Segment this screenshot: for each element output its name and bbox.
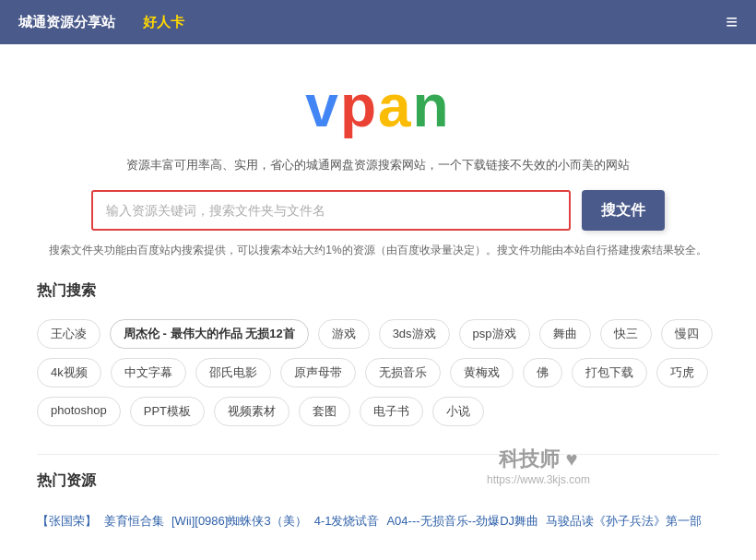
hot-search-tag[interactable]: 原声母带 xyxy=(280,358,356,387)
logo-area: vpan xyxy=(37,72,719,140)
header-left: 城通资源分享站 好人卡 xyxy=(18,14,184,31)
resource-item[interactable]: [Wii][0986]蜘蛛侠3（美） xyxy=(171,514,307,528)
resource-item[interactable]: 马骏品读《孙子兵法》第一部 xyxy=(546,514,702,528)
hot-search-tag[interactable]: 中文字幕 xyxy=(111,358,186,387)
hot-search-title: 热门搜索 xyxy=(37,281,719,304)
logo-v: v xyxy=(305,73,340,139)
nav-item-haoreka[interactable]: 好人卡 xyxy=(143,14,184,31)
site-name: 城通资源分享站 xyxy=(18,14,115,31)
hot-search-tag[interactable]: 游戏 xyxy=(318,319,370,349)
header: 城通资源分享站 好人卡 ≡ xyxy=(0,0,756,44)
hot-search-tag[interactable]: 4k视频 xyxy=(37,358,101,387)
hot-search-tag[interactable]: 小说 xyxy=(432,397,484,426)
menu-icon[interactable]: ≡ xyxy=(726,12,738,32)
logo-n: n xyxy=(413,73,451,139)
search-note: 搜索文件夹功能由百度站内搜索提供，可以搜索本站大约1%的资源（由百度收录量决定）… xyxy=(37,242,719,259)
hot-search-tag[interactable]: 视频素材 xyxy=(214,397,289,426)
resource-item[interactable]: 4-1发烧试音 xyxy=(314,514,380,528)
hot-search-tag[interactable]: 电子书 xyxy=(360,397,423,426)
logo-p: p xyxy=(340,73,378,139)
hot-resources-section: 热门资源 【张国荣】姜育恒合集[Wii][0986]蜘蛛侠3（美）4-1发烧试音… xyxy=(37,454,719,533)
hot-search-tag[interactable]: 王心凌 xyxy=(37,319,100,349)
search-button[interactable]: 搜文件 xyxy=(582,190,665,231)
main-content: vpan 资源丰富可用率高、实用，省心的城通网盘资源搜索网站，一个下载链接不失效… xyxy=(0,44,756,552)
search-area: 搜文件 xyxy=(37,190,719,231)
hot-search-tag[interactable]: photoshop xyxy=(37,397,121,426)
resource-item[interactable]: A04---无损音乐--劲爆DJ舞曲 xyxy=(386,514,538,528)
hot-search-tag[interactable]: 3ds游戏 xyxy=(379,319,450,349)
hot-search-tag[interactable]: 打包下载 xyxy=(572,358,647,387)
resource-item[interactable]: 姜育恒合集 xyxy=(104,514,164,528)
hot-search-tag[interactable]: 黄梅戏 xyxy=(450,358,514,387)
hot-search-tag[interactable]: psp游戏 xyxy=(459,319,530,349)
hot-search-tag[interactable]: 巧虎 xyxy=(656,358,708,387)
hot-search-tag[interactable]: 舞曲 xyxy=(539,319,591,349)
tags-area: 王心凌周杰伦 - 最伟大的作品 无损12首游戏3ds游戏psp游戏舞曲快三慢四4… xyxy=(37,319,719,426)
hot-search-tag[interactable]: PPT模板 xyxy=(130,397,205,426)
hot-search-tag[interactable]: 周杰伦 - 最伟大的作品 无损12首 xyxy=(110,319,309,349)
hot-search-tag[interactable]: 邵氏电影 xyxy=(195,358,271,387)
hot-search-tag[interactable]: 套图 xyxy=(299,397,350,426)
hot-search-section: 热门搜索 王心凌周杰伦 - 最伟大的作品 无损12首游戏3ds游戏psp游戏舞曲… xyxy=(37,281,719,426)
hot-resources-title: 热门资源 xyxy=(37,471,719,494)
tagline: 资源丰富可用率高、实用，省心的城通网盘资源搜索网站，一个下载链接不失效的小而美的… xyxy=(37,157,719,173)
hot-search-tag[interactable]: 慢四 xyxy=(661,319,713,349)
hot-search-tag[interactable]: 佛 xyxy=(523,358,562,387)
hot-search-tag[interactable]: 无损音乐 xyxy=(365,358,441,387)
hot-search-tag[interactable]: 快三 xyxy=(600,319,652,349)
search-input[interactable] xyxy=(91,190,571,231)
resource-item[interactable]: 【张国荣】 xyxy=(37,514,97,528)
hot-resources-list: 【张国荣】姜育恒合集[Wii][0986]蜘蛛侠3（美）4-1发烧试音A04--… xyxy=(37,509,719,533)
logo: vpan xyxy=(305,73,450,139)
logo-a: a xyxy=(378,73,413,139)
